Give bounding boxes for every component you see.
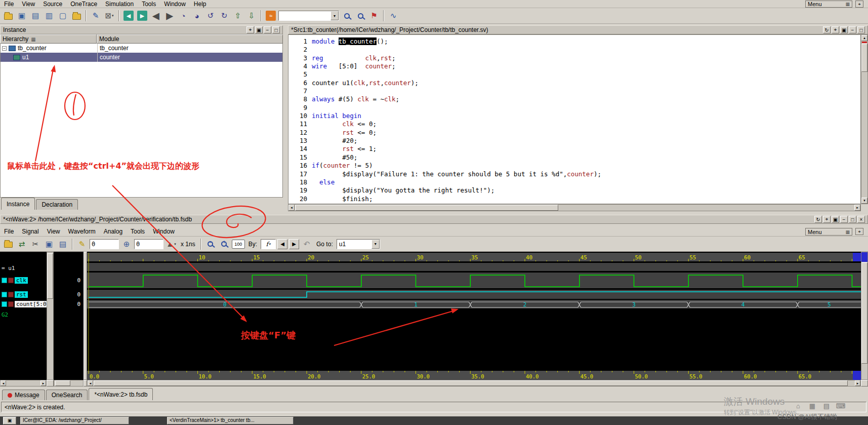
nwave-menu-file[interactable]: File xyxy=(0,227,18,236)
refresh-button[interactable]: ↻ xyxy=(814,216,822,223)
pin-button[interactable]: ⌖ xyxy=(246,26,254,33)
code-line[interactable]: 6counter u1(clk,rst,counter); xyxy=(288,79,860,87)
goto-scope-combobox[interactable]: u1▾ xyxy=(337,239,380,249)
taskbar-item-verdi[interactable]: <VerdinTraceMain>1> tb_counter tb... xyxy=(167,417,294,424)
home-tray-icon[interactable]: ⌂ xyxy=(793,402,804,410)
zoom-all-icon[interactable]: 100 xyxy=(232,240,245,249)
previous-view-icon[interactable]: ↶ xyxy=(301,238,313,250)
minimize-button[interactable]: − xyxy=(849,26,856,33)
wave-view-icon[interactable]: ∿ xyxy=(387,10,399,22)
signal-name-panel[interactable]: = u1clkrstcount[5:0]G2 xyxy=(0,252,47,380)
code-line[interactable]: 8always #(5) clk = ~clk; xyxy=(288,95,860,103)
signal-panel-scrollbar[interactable] xyxy=(47,252,54,380)
wave-hscroll-thumb[interactable] xyxy=(94,380,848,386)
console-pane-icon[interactable]: ▢ xyxy=(57,10,69,22)
paste-icon[interactable]: ▤ xyxy=(57,238,69,250)
wave-hscrollbar[interactable]: ◂ ▸ xyxy=(87,380,861,387)
code-line[interactable]: 7 xyxy=(288,87,860,95)
nwave-menu-view[interactable]: View xyxy=(43,227,64,236)
maximize-button[interactable]: □ xyxy=(849,216,856,223)
source-vscroll-thumb[interactable] xyxy=(861,44,867,72)
instance-row-tb-counter[interactable]: −tb_countertb_counter xyxy=(1,44,282,53)
scroll-right-icon[interactable]: ▸ xyxy=(40,380,46,386)
delta-marker-icon[interactable]: ▲▾ xyxy=(165,238,177,250)
add-marker-icon[interactable]: ⊕ xyxy=(120,238,133,250)
nwave-menu-dropdown[interactable]: Menu ▦ xyxy=(805,228,852,236)
code-line[interactable]: 2 xyxy=(288,46,860,54)
back-icon[interactable]: ◀ xyxy=(150,10,162,22)
search-backward-button[interactable]: ◀ xyxy=(277,239,287,249)
signal-row-rst[interactable]: rst xyxy=(0,291,28,298)
tab-declaration[interactable]: Declaration xyxy=(36,199,78,210)
main-menu-dropdown[interactable]: Menu ▦ xyxy=(805,1,852,8)
restore-button[interactable]: ▣ xyxy=(840,26,848,33)
scope-up-icon[interactable]: ⇧ xyxy=(232,10,244,22)
menu-help[interactable]: Help xyxy=(190,0,211,8)
search-mode-button[interactable]: f▾ xyxy=(261,239,276,249)
cut-icon[interactable]: ✂ xyxy=(29,238,42,250)
scroll-up-icon[interactable]: ▴ xyxy=(861,35,867,41)
scope-down-icon[interactable]: ⇩ xyxy=(245,10,258,22)
combo-arrow-icon[interactable]: ▾ xyxy=(330,11,339,20)
new-waveform-icon[interactable]: ≈ xyxy=(266,11,276,21)
scroll-down-icon[interactable]: ▾ xyxy=(861,198,867,204)
search-forward-icon[interactable] xyxy=(354,10,366,22)
expander-icon[interactable]: − xyxy=(2,46,7,51)
source-vertical-scrollbar[interactable]: ▴ ▾ xyxy=(861,34,868,204)
column-header-hierarchy[interactable]: Hierarchy▦ xyxy=(0,34,97,44)
scroll-right-icon[interactable]: ▸ xyxy=(854,205,860,211)
edit-source-icon[interactable]: ✎ xyxy=(90,10,102,22)
code-line[interactable]: 13 #20; xyxy=(288,137,860,145)
scroll-right-icon[interactable]: ▸ xyxy=(855,380,860,386)
signal-row-u1[interactable]: = u1 xyxy=(0,264,15,272)
wave-vertical-scrollbar[interactable] xyxy=(861,252,868,380)
source-horizontal-scrollbar[interactable]: ◂ ▸ xyxy=(288,204,861,211)
erase-highlight-icon[interactable]: ⊠▾ xyxy=(103,10,115,22)
source-pane-icon[interactable]: ▤ xyxy=(29,10,42,22)
maximize-button[interactable]: □ xyxy=(272,26,280,33)
source-hscroll-thumb[interactable] xyxy=(295,205,558,211)
wave-splitter[interactable] xyxy=(84,252,87,380)
code-line[interactable]: 16if(counter != 5) xyxy=(288,162,860,170)
source-code-area[interactable]: 1module tb_counter();23reg clk,rst;4wire… xyxy=(288,34,861,204)
marker-pen-icon[interactable]: ✎ xyxy=(76,238,88,250)
nwave-menu-window[interactable]: Window xyxy=(149,227,179,236)
search-backward-icon[interactable] xyxy=(341,10,353,22)
tab-nwave-2-tb-fsdb[interactable]: *<nWave:2> tb.fsdb xyxy=(89,388,153,400)
menu-file[interactable]: File xyxy=(0,0,18,8)
code-line[interactable]: 10initial begin xyxy=(288,112,860,120)
pin-button[interactable]: ⌖ xyxy=(832,26,839,33)
time-back-icon[interactable]: ◔ xyxy=(177,10,189,22)
code-line[interactable]: 19 $display("You gotta the right result!… xyxy=(288,186,860,195)
nwave-titlebar[interactable]: *<nWave:2> /home/ICer/wdzhang/_Project/C… xyxy=(0,215,868,224)
marker-time-input[interactable] xyxy=(134,239,163,249)
rotate-right-icon[interactable]: ↻ xyxy=(218,10,230,22)
search-forward-button[interactable]: ▶ xyxy=(289,239,299,249)
signal-row-g2[interactable]: G2 xyxy=(0,311,8,318)
taskbar-item-terminal[interactable]: ICer@IC_EDA: /wdzhang/_Project/ xyxy=(20,417,129,424)
close-button[interactable]: × xyxy=(857,216,865,223)
code-line[interactable]: 9 xyxy=(288,104,860,112)
apps-tray-icon[interactable]: ▦ xyxy=(807,402,818,410)
signal-row-count-5-0[interactable]: count[5:0] xyxy=(0,300,47,307)
nwave-menu-waveform[interactable]: Waveform xyxy=(64,227,100,236)
forward-icon[interactable]: ▶ xyxy=(163,10,176,22)
export-waveform-icon[interactable]: ⇄ xyxy=(16,238,28,250)
menu-onetrace[interactable]: OneTrace xyxy=(66,0,101,8)
scroll-left-icon[interactable]: ◂ xyxy=(88,380,93,386)
menu-tools[interactable]: Tools xyxy=(138,0,160,8)
code-line[interactable]: 17 $display("Failure 1: the counter shou… xyxy=(288,170,860,178)
pin-button[interactable]: ⌖ xyxy=(823,216,831,223)
code-line[interactable]: 15 #50; xyxy=(288,153,860,162)
zoom-out-icon[interactable]: − xyxy=(204,238,217,250)
instance-panel-titlebar[interactable]: Instance ⌖▣−□ xyxy=(0,25,283,34)
scroll-left-icon[interactable]: ◂ xyxy=(1,380,6,386)
tab-message[interactable]: Message xyxy=(2,390,45,400)
values-hscroll-thumb[interactable] xyxy=(55,380,70,386)
open-database-icon[interactable] xyxy=(2,10,14,22)
menu-simulation[interactable]: Simulation xyxy=(101,0,138,8)
cursor-time-input[interactable] xyxy=(90,239,119,249)
copy-icon[interactable]: ▣ xyxy=(43,238,55,250)
tab-instance[interactable]: Instance xyxy=(1,198,35,210)
wave-vscroll-thumb[interactable] xyxy=(861,262,867,364)
